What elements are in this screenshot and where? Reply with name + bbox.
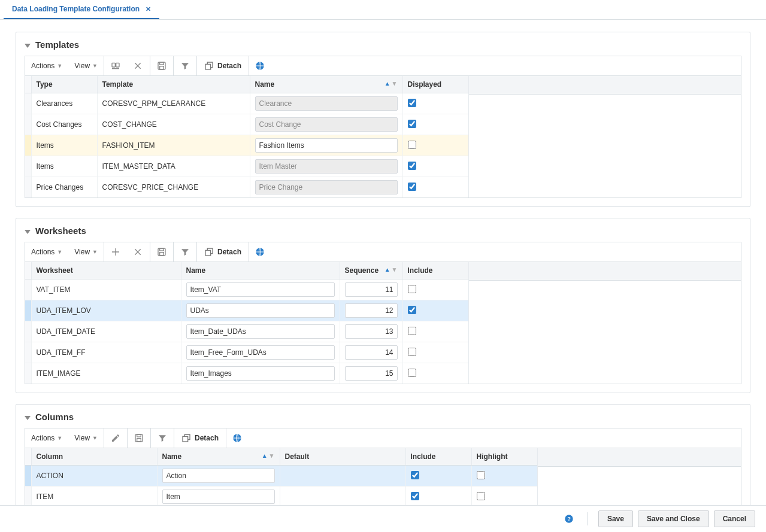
detach-button[interactable]: Detach bbox=[197, 242, 249, 262]
help-icon[interactable]: ? bbox=[564, 514, 574, 524]
displayed-checkbox[interactable] bbox=[408, 120, 416, 128]
edit-icon[interactable] bbox=[104, 428, 127, 448]
sequence-input[interactable] bbox=[345, 303, 398, 318]
name-input[interactable] bbox=[255, 180, 398, 194]
name-input[interactable] bbox=[186, 324, 335, 339]
col-default[interactable]: Default bbox=[280, 448, 405, 466]
save-and-close-button[interactable]: Save and Close bbox=[638, 510, 709, 527]
filter-icon[interactable] bbox=[174, 56, 196, 75]
collapse-icon[interactable] bbox=[25, 228, 31, 234]
chevron-down-icon: ▼ bbox=[57, 63, 62, 69]
name-input[interactable] bbox=[255, 138, 398, 153]
col-name[interactable]: Name▲▼ bbox=[157, 448, 280, 466]
save-button[interactable]: Save bbox=[598, 510, 633, 527]
highlight-checkbox[interactable] bbox=[477, 492, 485, 500]
view-menu[interactable]: View▼ bbox=[68, 430, 104, 446]
include-checkbox[interactable] bbox=[408, 348, 416, 356]
collapse-icon[interactable] bbox=[25, 42, 31, 48]
save-icon[interactable] bbox=[150, 56, 173, 75]
name-input[interactable] bbox=[255, 159, 398, 174]
sequence-input[interactable] bbox=[345, 345, 398, 360]
highlight-checkbox[interactable] bbox=[477, 471, 485, 479]
svg-rect-9 bbox=[160, 253, 164, 256]
tab-data-loading-template-config[interactable]: Data Loading Template Configuration ✕ bbox=[4, 0, 159, 19]
col-name[interactable]: Name bbox=[181, 262, 340, 279]
close-icon[interactable]: ✕ bbox=[146, 5, 151, 13]
save-icon[interactable] bbox=[128, 428, 150, 448]
col-name[interactable]: Name▲▼ bbox=[250, 76, 402, 93]
templates-grid: Type Template Name▲▼ Displayed Clearance… bbox=[25, 75, 741, 198]
filter-icon[interactable] bbox=[151, 428, 174, 448]
actions-menu[interactable]: Actions▼ bbox=[25, 430, 68, 446]
table-row[interactable]: UDA_ITEM_DATE bbox=[25, 321, 468, 342]
include-checkbox[interactable] bbox=[408, 369, 416, 377]
displayed-checkbox[interactable] bbox=[408, 99, 416, 107]
chevron-down-icon: ▼ bbox=[92, 63, 98, 69]
displayed-checkbox[interactable] bbox=[408, 162, 416, 170]
actions-menu[interactable]: Actions▼ bbox=[25, 244, 68, 260]
table-row[interactable]: VAT_ITEM bbox=[25, 279, 468, 300]
col-displayed[interactable]: Displayed bbox=[402, 76, 468, 93]
name-input[interactable] bbox=[162, 490, 275, 504]
actions-menu[interactable]: Actions▼ bbox=[25, 58, 68, 74]
table-row[interactable]: Items FASHION_ITEM bbox=[25, 135, 468, 156]
include-checkbox[interactable] bbox=[411, 471, 419, 479]
include-checkbox[interactable] bbox=[411, 492, 419, 500]
view-menu[interactable]: View▼ bbox=[68, 58, 104, 74]
table-row[interactable]: Clearances CORESVC_RPM_CLEARANCE bbox=[25, 93, 468, 114]
sequence-input[interactable] bbox=[345, 282, 398, 297]
name-input[interactable] bbox=[162, 469, 275, 483]
col-template[interactable]: Template bbox=[97, 76, 250, 93]
table-row[interactable]: ITEM bbox=[25, 487, 537, 507]
table-row[interactable]: Cost Changes COST_CHANGE bbox=[25, 114, 468, 135]
table-row[interactable]: ITEM_IMAGE bbox=[25, 363, 468, 384]
view-menu[interactable]: View▼ bbox=[68, 244, 104, 260]
columns-grid: Column Name▲▼ Default Include Highlight … bbox=[25, 448, 741, 507]
name-input[interactable] bbox=[186, 303, 335, 318]
cell-include bbox=[402, 321, 468, 342]
table-row[interactable]: UDA_ITEM_LOV bbox=[25, 300, 468, 321]
table-row[interactable]: Items ITEM_MASTER_DATA bbox=[25, 156, 468, 177]
cell-sequence bbox=[340, 279, 402, 300]
table-row[interactable]: ACTION bbox=[25, 466, 537, 487]
sequence-input[interactable] bbox=[345, 366, 398, 381]
collapse-icon[interactable] bbox=[25, 414, 31, 420]
globe-icon[interactable] bbox=[249, 61, 271, 71]
worksheets-toolbar: Actions▼ View▼ Detach bbox=[25, 242, 741, 262]
name-input[interactable] bbox=[186, 366, 335, 381]
globe-icon[interactable] bbox=[249, 247, 271, 257]
delete-icon[interactable] bbox=[127, 242, 150, 262]
save-icon[interactable] bbox=[150, 242, 173, 262]
name-input[interactable] bbox=[186, 282, 335, 297]
actions-label: Actions bbox=[31, 62, 55, 70]
include-checkbox[interactable] bbox=[408, 306, 416, 314]
globe-icon[interactable] bbox=[226, 433, 248, 443]
name-input[interactable] bbox=[186, 345, 335, 360]
detach-button[interactable]: Detach bbox=[174, 428, 226, 448]
include-checkbox[interactable] bbox=[408, 285, 416, 293]
filter-icon[interactable] bbox=[174, 242, 196, 262]
name-input[interactable] bbox=[255, 117, 398, 132]
name-input[interactable] bbox=[255, 96, 398, 111]
col-include[interactable]: Include bbox=[402, 262, 468, 279]
col-worksheet[interactable]: Worksheet bbox=[31, 262, 181, 279]
col-sequence[interactable]: Sequence▲▼ bbox=[340, 262, 402, 279]
col-highlight[interactable]: Highlight bbox=[471, 448, 537, 466]
cell-type: Clearances bbox=[31, 93, 97, 114]
cell-worksheet: UDA_ITEM_DATE bbox=[31, 321, 181, 342]
displayed-checkbox[interactable] bbox=[408, 183, 416, 191]
cancel-button[interactable]: Cancel bbox=[714, 510, 755, 527]
displayed-checkbox[interactable] bbox=[408, 141, 416, 149]
col-type[interactable]: Type bbox=[31, 76, 97, 93]
table-row[interactable]: Price Changes CORESVC_PRICE_CHANGE bbox=[25, 177, 468, 198]
add-icon[interactable] bbox=[104, 242, 127, 262]
col-include[interactable]: Include bbox=[405, 448, 471, 466]
include-checkbox[interactable] bbox=[408, 327, 416, 335]
col-column[interactable]: Column bbox=[31, 448, 157, 466]
sequence-input[interactable] bbox=[345, 324, 398, 339]
delete-icon[interactable] bbox=[127, 56, 150, 75]
duplicate-icon[interactable] bbox=[104, 56, 127, 75]
detach-button[interactable]: Detach bbox=[197, 56, 249, 75]
table-row[interactable]: UDA_ITEM_FF bbox=[25, 342, 468, 363]
cell-type: Cost Changes bbox=[31, 114, 97, 135]
